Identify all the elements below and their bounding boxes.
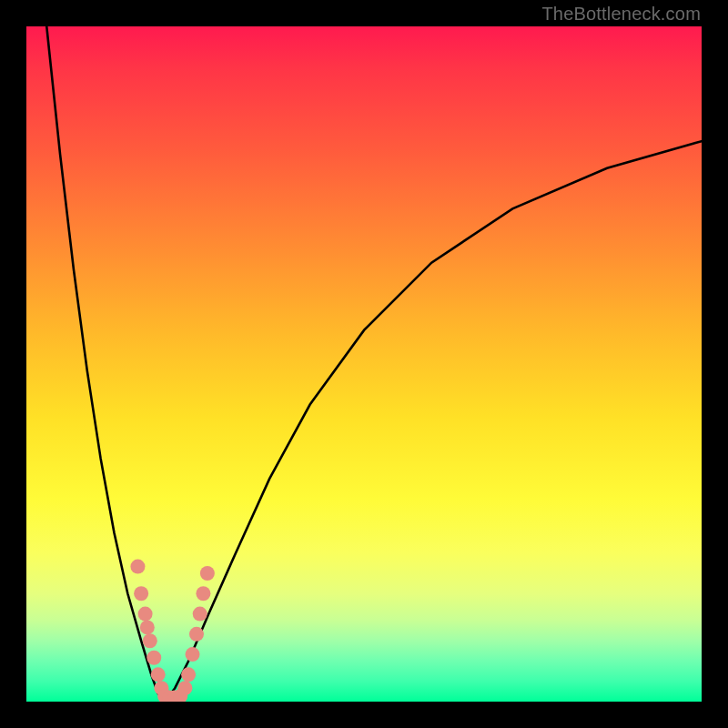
marker-dot (140, 620, 155, 634)
marker-dot (143, 633, 157, 648)
marker-dot (138, 607, 153, 622)
curve-right-branch (165, 141, 702, 702)
marker-dot (130, 560, 145, 574)
plot-area (26, 26, 702, 702)
marker-dot (196, 586, 210, 601)
watermark-text: TheBottleneck.com (541, 4, 701, 25)
marker-dot (177, 681, 192, 695)
marker-dot (134, 586, 148, 601)
chart-svg (26, 26, 702, 702)
chart-frame: TheBottleneck.com (0, 0, 728, 728)
marker-dot (189, 627, 204, 642)
marker-dot (200, 566, 215, 581)
markers-layer (130, 560, 214, 702)
curve-layer (46, 26, 702, 702)
marker-dot (181, 667, 196, 682)
marker-dot (147, 651, 161, 665)
marker-dot (186, 647, 200, 662)
marker-dot (193, 607, 207, 622)
marker-dot (151, 667, 166, 682)
curve-left-branch (46, 26, 165, 702)
